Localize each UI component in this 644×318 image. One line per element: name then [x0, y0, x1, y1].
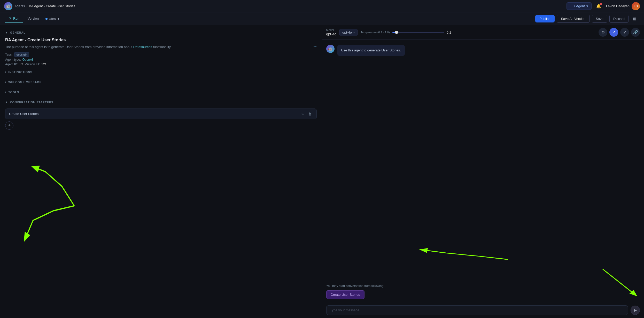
starter-reorder-btn[interactable]: ⇅ [300, 111, 305, 117]
agent-description: The purpose of this agent is to generate… [5, 44, 317, 50]
model-right-icons: ⚙ ↗ ⤢ 🔗 [599, 28, 640, 37]
starter-item-actions: ⇅ 🗑 [300, 111, 313, 117]
send-button[interactable]: ▶ [631, 306, 640, 315]
create-user-stories-button[interactable]: Create User Stories [326, 290, 364, 299]
chevron-down-icon: ▼ [5, 101, 8, 104]
message-bubble-1: Use this agent to generate User Stories. [337, 45, 405, 56]
section-general-header[interactable]: ▼ GENERAL [5, 29, 317, 36]
agent-type-label: Agent type: [5, 58, 21, 61]
model-label: Model [326, 28, 337, 32]
breadcrumb-separator: / [26, 4, 27, 8]
temperature-value: 0.1 [447, 30, 453, 34]
chevron-down-icon: ▾ [58, 17, 59, 21]
tab-run-label: Run [13, 17, 19, 20]
breadcrumb-current: BA Agent - Create User Stories [29, 4, 75, 8]
left-panel: ▼ GENERAL BA Agent - Create User Stories… [0, 25, 322, 318]
section-conv-starters-label: CONVERSATION STARTERS [10, 101, 53, 104]
section-instructions-label: INSTRUCTIONS [8, 71, 32, 74]
conv-starters-body: Create User Stories ⇅ 🗑 + [5, 106, 317, 132]
starter-delete-btn[interactable]: 🗑 [307, 111, 313, 117]
add-agent-button[interactable]: + + Agent ▾ [567, 2, 592, 10]
message-text-1: Use this agent to generate User Stories. [341, 48, 401, 52]
section-instructions-header[interactable]: › INSTRUCTIONS [5, 68, 317, 76]
run-icon: ⟳ [9, 17, 12, 20]
fullscreen-button[interactable]: ⤢ [620, 28, 629, 37]
section-tools-header[interactable]: › TOOLS [5, 88, 317, 96]
chat-input[interactable] [326, 305, 628, 315]
starters-prompt-label: You may start conversation from followin… [326, 284, 640, 288]
starter-item-1: Create User Stories ⇅ 🗑 [5, 108, 317, 119]
model-select[interactable]: gpt-4o ▾ [339, 29, 358, 36]
tags-row: Tags: geostqb [5, 52, 317, 57]
version-id-value: 121 [41, 63, 46, 66]
model-value: gpt-4o [326, 32, 337, 36]
chevron-right-icon: › [5, 81, 6, 83]
agent-id-value: 32 [20, 63, 23, 66]
chat-messages: 🤖 Use this agent to generate User Storie… [322, 40, 644, 281]
notification-button[interactable]: 🔔 [595, 2, 603, 10]
chevron-right-icon: › [5, 91, 6, 94]
section-welcome-header[interactable]: › WELCOME MESSAGE [5, 78, 317, 86]
tab-run[interactable]: ⟳ Run [5, 14, 23, 23]
tags-label: Tags: [5, 53, 13, 56]
general-body: BA Agent - Create User Stories ✏ The pur… [5, 38, 317, 66]
save-as-version-button[interactable]: Save As Version [557, 15, 590, 23]
share-button[interactable]: 🔗 [631, 28, 640, 37]
description-suffix: functionality. [152, 45, 172, 49]
toolbar: ⟳ Run Version latest ▾ Publish Save As V… [0, 12, 644, 25]
agent-title: BA Agent - Create User Stories [5, 38, 317, 42]
model-bar: Model gpt-4o gpt-4o ▾ Temperature (0.1 -… [322, 25, 644, 40]
message-row-1: 🤖 Use this agent to generate User Storie… [326, 45, 640, 56]
chat-input-row: ▶ [322, 302, 644, 318]
agent-type-value: OpenAI [22, 58, 33, 61]
main-layout: ▼ GENERAL BA Agent - Create User Stories… [0, 25, 644, 318]
temperature-thumb [395, 31, 398, 34]
version-dot [45, 18, 48, 20]
chevron-right-icon: › [5, 71, 6, 73]
edit-icon[interactable]: ✏ [314, 44, 317, 49]
version-id-label: Version ID: [25, 63, 40, 66]
delete-button[interactable]: 🗑 [631, 15, 639, 22]
model-left: Model gpt-4o gpt-4o ▾ Temperature (0.1 -… [326, 28, 453, 36]
settings-button[interactable]: ⚙ [599, 28, 607, 37]
notification-dot [600, 3, 602, 5]
right-panel: Model gpt-4o gpt-4o ▾ Temperature (0.1 -… [322, 25, 644, 318]
section-general-label: GENERAL [10, 31, 26, 34]
version-badge[interactable]: latest ▾ [43, 16, 61, 22]
version-label: latest [49, 17, 57, 21]
discard-button[interactable]: Discard [609, 15, 629, 23]
save-button[interactable]: Save [592, 15, 607, 23]
temperature-label: Temperature (0.1 - 1.0) [361, 31, 390, 34]
conv-starters-prompt: You may start conversation from followin… [322, 281, 644, 302]
tab-version[interactable]: Version [24, 14, 42, 23]
temperature-slider[interactable] [392, 32, 444, 33]
agent-id-row: Agent ID: 32 Version ID: 121 [5, 63, 317, 66]
toolbar-actions: Publish Save As Version Save Discard 🗑 [535, 15, 639, 23]
datasources-link[interactable]: Datasources [133, 45, 152, 49]
description-text: The purpose of this agent is to generate… [5, 45, 133, 49]
agent-type-row: Agent type: OpenAI [5, 58, 317, 61]
agent-id-label: Agent ID: [5, 63, 18, 66]
navbar: 🤖 Agents / BA Agent - Create User Storie… [0, 0, 644, 12]
chat-area: 🤖 Use this agent to generate User Storie… [322, 40, 644, 318]
send-icon: ▶ [634, 308, 637, 313]
section-conv-starters-header[interactable]: ▼ CONVERSATION STARTERS [5, 98, 317, 106]
navbar-right: + + Agent ▾ 🔔 Levon Dadayan LD [567, 2, 640, 10]
breadcrumb-agents[interactable]: Agents [14, 4, 25, 8]
chevron-down-icon: ▾ [586, 4, 588, 8]
expand-agent-button[interactable]: ↗ [609, 28, 618, 37]
user-avatar: LD [632, 2, 640, 10]
publish-button[interactable]: Publish [535, 15, 555, 22]
breadcrumb: Agents / BA Agent - Create User Stories [14, 4, 75, 8]
toolbar-tabs: ⟳ Run Version latest ▾ [5, 14, 61, 23]
add-conversation-starter-button[interactable]: + [5, 121, 13, 130]
model-select-value: gpt-4o [342, 30, 352, 34]
app-logo: 🤖 [4, 2, 12, 10]
agent-btn-label: + Agent [573, 4, 585, 8]
tags-value: geostqb [14, 52, 29, 57]
navbar-left: 🤖 Agents / BA Agent - Create User Storie… [4, 2, 75, 10]
temperature-fill [392, 32, 395, 33]
model-info: Model gpt-4o [326, 28, 337, 36]
starter-text-1: Create User Stories [9, 112, 38, 116]
user-info: Levon Dadayan LD [606, 2, 640, 10]
